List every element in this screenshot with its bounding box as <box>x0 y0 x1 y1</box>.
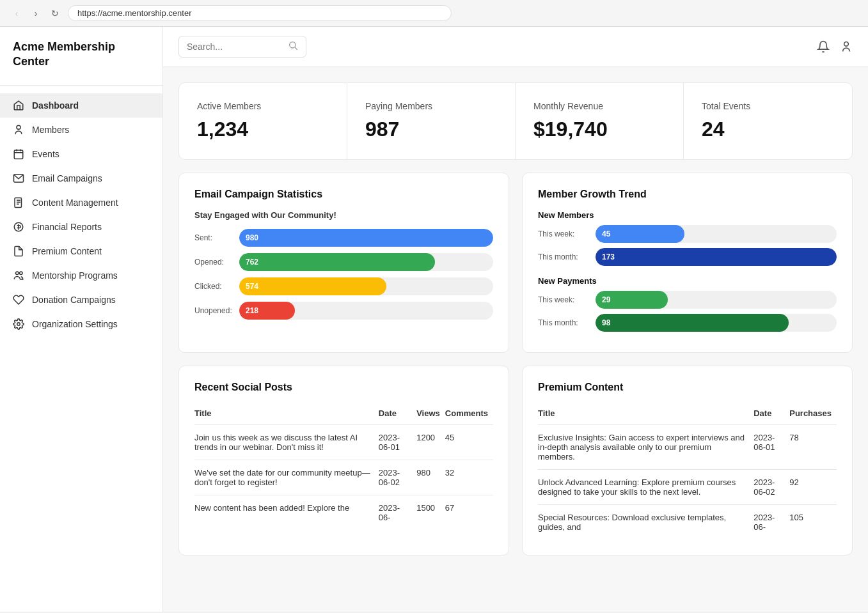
svg-rect-1 <box>14 150 23 159</box>
new-members-label: New Members <box>538 210 837 220</box>
social-row-1-date: 2023-06-02 <box>379 460 416 495</box>
payments-week-label: This week: <box>538 295 589 304</box>
dollar-icon <box>13 221 24 233</box>
sidebar-label-donation-campaigns: Donation Campaigns <box>32 295 116 305</box>
sidebar-label-events: Events <box>32 149 59 159</box>
sidebar-label-members: Members <box>32 125 69 135</box>
sidebar-label-financial-reports: Financial Reports <box>32 222 102 232</box>
sidebar-label-organization-settings: Organization Settings <box>32 319 118 329</box>
notifications-button[interactable] <box>817 40 830 53</box>
premium-row-0-title: Exclusive Insights: Gain access to exper… <box>538 425 754 470</box>
payments-month-track: 98 <box>596 314 837 332</box>
premium-row-1-title: Unlock Advanced Learning: Explore premiu… <box>538 470 754 505</box>
social-posts-title: Recent Social Posts <box>194 382 493 393</box>
sidebar-item-email-campaigns[interactable]: Email Campaigns <box>0 166 162 190</box>
stat-paying-members: Paying Members 987 <box>347 83 516 159</box>
bar-track-sent: 980 <box>239 229 493 247</box>
social-col-views: Views <box>416 403 445 425</box>
browser-chrome: ‹ › ↻ https://acme.mentorship.center <box>0 0 868 27</box>
premium-row-2: Special Resources: Download exclusive te… <box>538 505 837 540</box>
bar-row-clicked: Clicked: 574 <box>194 277 493 295</box>
premium-content-table: Title Date Purchases Exclusive Insights:… <box>538 403 837 539</box>
bar-label-opened: Opened: <box>194 258 233 267</box>
back-button[interactable]: ‹ <box>10 7 23 20</box>
payments-week-track: 29 <box>596 291 837 309</box>
social-row-1-views: 980 <box>416 460 445 495</box>
stat-value-3: 24 <box>702 118 834 141</box>
social-row-2-date: 2023-06- <box>379 495 416 531</box>
search-container[interactable] <box>178 36 306 58</box>
stat-active-members: Active Members 1,234 <box>179 83 347 159</box>
premium-row-1-date: 2023-06-02 <box>754 470 789 505</box>
payments-month-fill: 98 <box>596 314 789 332</box>
bar-track-unopened: 218 <box>239 302 493 320</box>
mail-icon <box>13 173 24 184</box>
sidebar-label-email-campaigns: Email Campaigns <box>32 173 102 183</box>
middle-row: Email Campaign Statistics Stay Engaged w… <box>178 173 853 353</box>
reload-button[interactable]: ↻ <box>49 7 61 20</box>
heart-icon <box>13 294 24 306</box>
bar-row-sent: Sent: 980 <box>194 229 493 247</box>
url-bar[interactable]: https://acme.mentorship.center <box>68 5 452 21</box>
puzzle-icon <box>13 245 24 257</box>
social-posts-card: Recent Social Posts Title Date Views Com… <box>178 366 509 555</box>
premium-content-card: Premium Content Title Date Purchases Exc… <box>522 366 853 555</box>
people-icon <box>13 270 24 281</box>
payments-month-label: This month: <box>538 318 589 327</box>
growth-month-fill: 173 <box>596 248 837 266</box>
social-col-date: Date <box>379 403 416 425</box>
svg-point-14 <box>17 323 20 326</box>
forward-button[interactable]: › <box>29 7 42 20</box>
premium-row-0-date: 2023-06-01 <box>754 425 789 470</box>
bar-fill-unopened: 218 <box>239 302 295 320</box>
premium-col-title: Title <box>538 403 754 425</box>
social-row-1-comments: 32 <box>445 460 493 495</box>
premium-row-2-purchases: 105 <box>789 505 837 540</box>
growth-week-track: 45 <box>596 225 837 243</box>
svg-point-15 <box>290 42 296 48</box>
sidebar-label-content-management: Content Management <box>32 198 118 208</box>
growth-month-label: This month: <box>538 252 589 261</box>
payments-row-week: This week: 29 <box>538 291 837 309</box>
social-row-2: New content has been added! Explore the … <box>194 495 493 531</box>
social-col-comments: Comments <box>445 403 493 425</box>
sidebar-item-financial-reports[interactable]: Financial Reports <box>0 215 162 239</box>
sidebar-item-premium-content[interactable]: Premium Content <box>0 239 162 263</box>
stat-monthly-revenue: Monthly Revenue $19,740 <box>516 83 684 159</box>
social-row-1-title: We've set the date for our community mee… <box>194 460 379 495</box>
sidebar-logo: Acme Membership Center <box>0 27 162 86</box>
sidebar-item-members[interactable]: Members <box>0 118 162 142</box>
bar-fill-clicked: 574 <box>239 277 386 295</box>
payments-week-fill: 29 <box>596 291 668 309</box>
social-row-0-comments: 45 <box>445 425 493 460</box>
sidebar-item-mentorship-programs[interactable]: Mentorship Programs <box>0 263 162 288</box>
sidebar-item-content-management[interactable]: Content Management <box>0 190 162 215</box>
svg-point-13 <box>20 272 23 275</box>
bottom-row: Recent Social Posts Title Date Views Com… <box>178 366 853 555</box>
person-icon <box>13 124 24 136</box>
app-layout: Acme Membership Center Dashboard <box>0 27 868 612</box>
sidebar-item-organization-settings[interactable]: Organization Settings <box>0 312 162 336</box>
stat-label-3: Total Events <box>702 101 834 111</box>
sidebar-item-donation-campaigns[interactable]: Donation Campaigns <box>0 288 162 312</box>
sidebar-item-dashboard[interactable]: Dashboard <box>0 93 162 118</box>
member-growth-card: Member Growth Trend New Members This wee… <box>522 173 853 353</box>
premium-row-1: Unlock Advanced Learning: Explore premiu… <box>538 470 837 505</box>
profile-button[interactable] <box>840 40 853 53</box>
bar-label-unopened: Unopened: <box>194 306 233 315</box>
stats-row: Active Members 1,234 Paying Members 987 … <box>178 82 853 160</box>
sidebar-label-dashboard: Dashboard <box>32 100 79 111</box>
growth-month-track: 173 <box>596 248 837 266</box>
bar-row-opened: Opened: 762 <box>194 253 493 271</box>
search-input[interactable] <box>187 42 283 52</box>
bar-label-clicked: Clicked: <box>194 282 233 291</box>
svg-line-16 <box>295 47 297 50</box>
social-row-1: We've set the date for our community mee… <box>194 460 493 495</box>
payments-row-month: This month: 98 <box>538 314 837 332</box>
social-row-0-title: Join us this week as we discuss the late… <box>194 425 379 460</box>
sidebar-item-events[interactable]: Events <box>0 142 162 166</box>
stat-label-2: Monthly Revenue <box>533 101 665 111</box>
bar-track-opened: 762 <box>239 253 493 271</box>
stat-value-1: 987 <box>365 118 497 141</box>
svg-point-17 <box>844 42 849 47</box>
